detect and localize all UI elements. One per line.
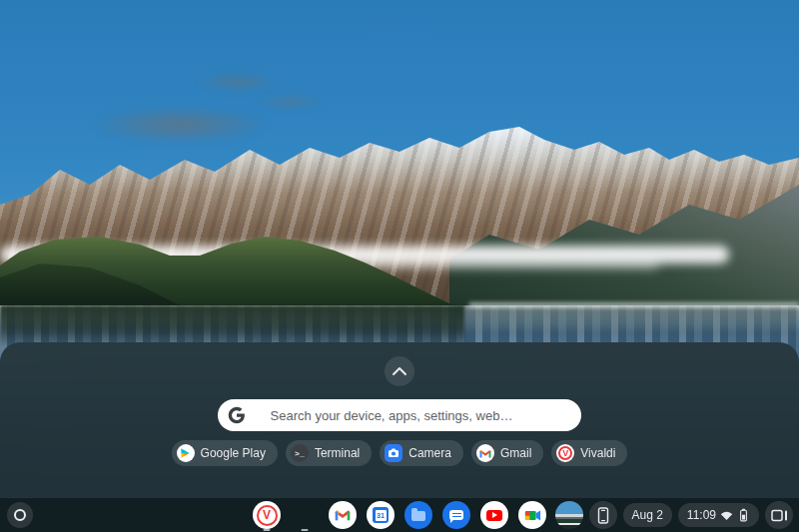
files-icon [404, 501, 432, 529]
overview-button[interactable] [765, 501, 793, 529]
wallpaper-shoreline [469, 302, 799, 307]
date-pill[interactable]: Aug 2 [623, 503, 672, 527]
chromeos-desktop: Google Play >_ Terminal Camera [0, 0, 799, 532]
date-text: Aug 2 [632, 508, 663, 522]
cloud [195, 72, 280, 92]
chip-google-play[interactable]: Google Play [172, 440, 278, 466]
running-indicator [302, 529, 309, 531]
gmail-icon [476, 444, 494, 462]
shelf-app-gmail[interactable] [329, 501, 357, 529]
shelf-app-messages[interactable] [442, 501, 470, 529]
shelf-app-chrome[interactable] [291, 501, 319, 529]
search-bar[interactable] [218, 399, 581, 431]
overview-icon [771, 509, 788, 522]
chip-label: Vivaldi [580, 446, 615, 460]
gmail-icon [329, 501, 357, 529]
camera-icon [385, 444, 402, 462]
vivaldi-icon: V [253, 501, 281, 529]
launcher-panel: Google Play >_ Terminal Camera [0, 342, 799, 498]
youtube-icon [480, 501, 508, 529]
shelf: V [0, 498, 799, 532]
calendar-icon: 31 [367, 501, 395, 529]
google-g-icon [228, 406, 246, 424]
chip-label: Terminal [315, 446, 360, 460]
wallpaper-slope-reflection [454, 305, 799, 339]
meet-icon [518, 501, 546, 529]
wallpaper-island-reflection [0, 305, 464, 347]
wifi-icon [720, 510, 733, 521]
status-area: Aug 2 11:09 [555, 498, 794, 532]
shelf-app-meet[interactable] [518, 501, 546, 529]
chip-terminal[interactable]: >_ Terminal [286, 440, 372, 466]
suggested-apps-row: Google Play >_ Terminal Camera [0, 440, 799, 466]
time-text: 11:09 [687, 508, 716, 522]
search-input[interactable] [246, 408, 571, 423]
shelf-app-vivaldi[interactable]: V [253, 501, 281, 529]
launcher-button[interactable] [7, 502, 33, 528]
messages-icon [442, 501, 470, 529]
status-tray-pill[interactable]: 11:09 [678, 503, 759, 527]
chip-label: Camera [408, 446, 451, 460]
chip-label: Gmail [500, 446, 531, 460]
launcher-circle-icon [14, 509, 26, 521]
shelf-app-files[interactable] [404, 501, 432, 529]
running-indicator [264, 529, 271, 531]
phone-hub-button[interactable] [589, 501, 617, 529]
chip-camera[interactable]: Camera [380, 440, 463, 466]
expand-launcher-button[interactable] [385, 356, 414, 386]
chevron-up-icon [392, 366, 407, 376]
cloud [255, 94, 325, 110]
google-play-icon [177, 444, 195, 462]
cloud [90, 106, 270, 144]
shelf-app-calendar[interactable]: 31 [367, 501, 395, 529]
screenshot-thumbnail[interactable] [555, 501, 583, 529]
terminal-icon: >_ [291, 444, 309, 462]
calendar-day-badge: 31 [376, 510, 387, 521]
chip-vivaldi[interactable]: V Vivaldi [551, 440, 627, 466]
phone-icon [596, 507, 610, 524]
shelf-app-youtube[interactable] [480, 501, 508, 529]
vivaldi-icon: V [556, 444, 574, 462]
chip-label: Google Play [201, 446, 266, 460]
chip-gmail[interactable]: Gmail [471, 440, 543, 466]
shelf-apps: V [253, 501, 546, 529]
battery-icon [737, 508, 750, 522]
